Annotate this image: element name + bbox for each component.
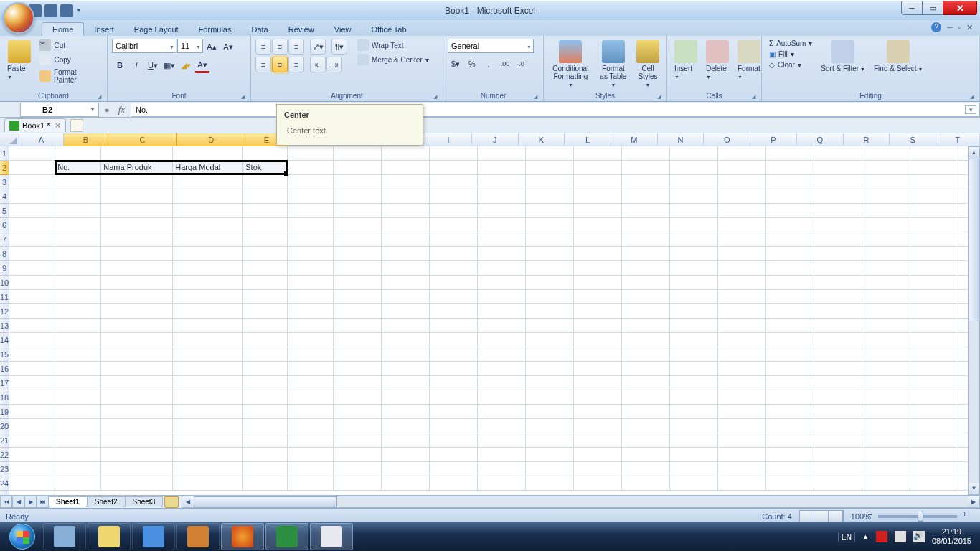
- cell[interactable]: [430, 419, 478, 433]
- cell[interactable]: [173, 189, 243, 204]
- cell[interactable]: [382, 347, 430, 362]
- tab-insert[interactable]: Insert: [84, 23, 124, 36]
- close-button[interactable]: ✕: [943, 1, 977, 15]
- cell[interactable]: [288, 347, 334, 362]
- cut-button[interactable]: ✂Cut: [37, 39, 103, 52]
- cell[interactable]: [55, 319, 101, 333]
- column-header[interactable]: B: [64, 133, 108, 146]
- cell[interactable]: [478, 261, 526, 276]
- cell[interactable]: [478, 290, 526, 304]
- new-sheet-button[interactable]: [164, 496, 179, 508]
- cell[interactable]: [574, 462, 622, 476]
- cell[interactable]: [288, 218, 334, 232]
- column-header[interactable]: R: [844, 133, 890, 146]
- cell[interactable]: [288, 276, 334, 290]
- cell[interactable]: [526, 161, 574, 175]
- cell[interactable]: [814, 304, 862, 319]
- cell[interactable]: [814, 175, 862, 189]
- clock[interactable]: 21:19 08/01/2015: [932, 527, 971, 546]
- delete-cells-button[interactable]: Delete: [703, 39, 732, 82]
- cell[interactable]: [814, 448, 862, 462]
- cell[interactable]: [101, 204, 173, 218]
- cell[interactable]: [670, 419, 718, 433]
- cell[interactable]: [718, 276, 766, 290]
- cell[interactable]: [334, 433, 382, 448]
- underline-button[interactable]: U▾: [145, 57, 161, 73]
- clear-button[interactable]: ◇ Clear ▾: [766, 60, 815, 70]
- cell[interactable]: [55, 189, 101, 204]
- cell[interactable]: [430, 218, 478, 232]
- cell[interactable]: [382, 476, 430, 491]
- cell[interactable]: [173, 362, 243, 376]
- cell[interactable]: [478, 175, 526, 189]
- row-header[interactable]: 24: [0, 476, 9, 491]
- cell[interactable]: [526, 405, 574, 419]
- cell[interactable]: [814, 218, 862, 232]
- cell[interactable]: [766, 247, 814, 261]
- cell[interactable]: [430, 175, 478, 189]
- row-header[interactable]: 20: [0, 419, 9, 433]
- taskbar-item[interactable]: [310, 523, 353, 550]
- cell[interactable]: [55, 232, 101, 247]
- cell[interactable]: [574, 433, 622, 448]
- cell[interactable]: [9, 476, 55, 491]
- cell[interactable]: [574, 390, 622, 405]
- cell[interactable]: [574, 376, 622, 390]
- column-header[interactable]: Q: [797, 133, 844, 146]
- row-header[interactable]: 21: [0, 433, 9, 448]
- cell[interactable]: [670, 232, 718, 247]
- cell[interactable]: [334, 405, 382, 419]
- cell[interactable]: [478, 247, 526, 261]
- border-button[interactable]: ▦▾: [161, 57, 177, 73]
- cell[interactable]: [526, 462, 574, 476]
- cell[interactable]: [478, 390, 526, 405]
- cell[interactable]: [814, 433, 862, 448]
- taskbar-item[interactable]: [176, 523, 220, 550]
- cell[interactable]: [862, 390, 910, 405]
- cell[interactable]: [243, 276, 288, 290]
- increase-decimal-button[interactable]: .00: [497, 56, 513, 72]
- cell[interactable]: [862, 218, 910, 232]
- minimize-button[interactable]: ─: [901, 1, 923, 15]
- cell[interactable]: [55, 333, 101, 347]
- cell[interactable]: [9, 276, 55, 290]
- cell[interactable]: [766, 290, 814, 304]
- cell[interactable]: [243, 476, 288, 491]
- cell[interactable]: [288, 405, 334, 419]
- cell[interactable]: [9, 347, 55, 362]
- cell[interactable]: [430, 347, 478, 362]
- cell[interactable]: [9, 448, 55, 462]
- cell[interactable]: [862, 290, 910, 304]
- cell[interactable]: [862, 247, 910, 261]
- cell[interactable]: [55, 218, 101, 232]
- flag-icon[interactable]: [876, 531, 887, 542]
- copy-button[interactable]: Copy: [37, 53, 103, 66]
- cell[interactable]: [382, 362, 430, 376]
- cell[interactable]: [814, 189, 862, 204]
- cell[interactable]: [862, 362, 910, 376]
- tab-data[interactable]: Data: [241, 23, 278, 36]
- cell[interactable]: [478, 146, 526, 161]
- cell[interactable]: [814, 146, 862, 161]
- cell[interactable]: [430, 232, 478, 247]
- cell[interactable]: [814, 204, 862, 218]
- row-header[interactable]: 12: [0, 304, 9, 319]
- sheet-nav-last[interactable]: ⏭: [37, 496, 49, 508]
- cell[interactable]: [718, 189, 766, 204]
- paste-button[interactable]: Paste: [4, 39, 34, 82]
- cell[interactable]: [288, 419, 334, 433]
- cell[interactable]: [101, 476, 173, 491]
- sheet-tab[interactable]: Sheet2: [87, 496, 126, 507]
- taskbar-item[interactable]: [88, 523, 131, 550]
- cell[interactable]: [766, 304, 814, 319]
- row-header[interactable]: 18: [0, 390, 9, 405]
- cell[interactable]: [478, 376, 526, 390]
- cell[interactable]: [430, 319, 478, 333]
- cell[interactable]: [766, 232, 814, 247]
- cell[interactable]: [243, 347, 288, 362]
- cell[interactable]: [622, 189, 670, 204]
- cell[interactable]: [334, 376, 382, 390]
- cell[interactable]: [101, 290, 173, 304]
- cell[interactable]: [526, 247, 574, 261]
- cell[interactable]: [382, 433, 430, 448]
